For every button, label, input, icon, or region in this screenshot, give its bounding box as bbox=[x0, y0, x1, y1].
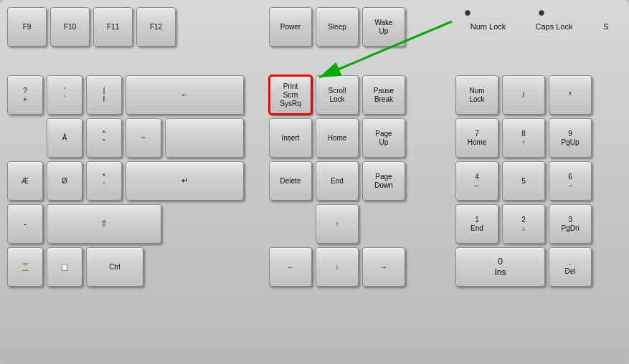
key-right-arrow[interactable]: → bbox=[362, 247, 405, 287]
key-num9[interactable]: 9 PgUp bbox=[549, 118, 592, 158]
key-sleep[interactable]: Sleep bbox=[316, 7, 359, 47]
key-numslash[interactable]: / bbox=[502, 75, 545, 115]
key-numdot[interactable]: . Del bbox=[549, 247, 592, 287]
key-tilde[interactable]: ~ bbox=[126, 118, 161, 158]
key-pausebreak[interactable]: Pause Break bbox=[362, 75, 405, 115]
key-end[interactable]: End bbox=[316, 161, 359, 201]
key-wakeup[interactable]: Wake Up bbox=[362, 7, 405, 47]
key-pipe[interactable]: | I bbox=[86, 75, 122, 115]
key-ae[interactable]: Æ bbox=[7, 161, 43, 201]
key-numlock[interactable]: Num Lock bbox=[455, 75, 498, 115]
key-f12[interactable]: F12 bbox=[136, 7, 176, 47]
key-scrolllock[interactable]: Scroll Lock bbox=[316, 75, 359, 115]
key-power[interactable]: Power bbox=[269, 7, 312, 47]
key-num1[interactable]: 1 End bbox=[455, 204, 498, 244]
key-num6[interactable]: 6 → bbox=[549, 161, 592, 201]
key-num8[interactable]: 8 ↑ bbox=[502, 118, 545, 158]
key-backspace[interactable]: ← bbox=[126, 75, 244, 115]
key-hourglass[interactable]: ⌛ bbox=[7, 247, 43, 287]
key-f11[interactable]: F11 bbox=[93, 7, 133, 47]
key-f9[interactable]: F9 bbox=[7, 7, 47, 47]
key-backtick[interactable]: ' ` bbox=[47, 75, 82, 115]
key-num0[interactable]: 0 Ins bbox=[455, 247, 545, 287]
key-minus[interactable]: - bbox=[7, 204, 43, 244]
key-num4[interactable]: 4 ← bbox=[455, 161, 498, 201]
key-ae-upper[interactable]: Å bbox=[47, 118, 82, 158]
key-shift-left[interactable]: ⇧ bbox=[47, 204, 161, 244]
key-delete[interactable]: Delete bbox=[269, 161, 312, 201]
key-clipboard[interactable]: 📋 bbox=[47, 247, 82, 287]
keyboard: F9F10F11F12PowerSleepWake UpNum LockCaps… bbox=[0, 0, 629, 364]
key-num5[interactable]: 5 bbox=[502, 161, 545, 201]
key-f10[interactable]: F10 bbox=[50, 7, 90, 47]
key-num3[interactable]: 3 PgDn bbox=[549, 204, 592, 244]
key-numstar[interactable]: * bbox=[549, 75, 592, 115]
key-down-arrow[interactable]: ↓ bbox=[316, 247, 359, 287]
key-pagedown[interactable]: Page Down bbox=[362, 161, 405, 201]
key-pageup[interactable]: Page Up bbox=[362, 118, 405, 158]
key-capslock-label: Caps Lock bbox=[531, 7, 577, 47]
key-home[interactable]: Home bbox=[316, 118, 359, 158]
key-scrolllock-label: S bbox=[588, 7, 624, 47]
key-left-arrow[interactable]: ← bbox=[269, 247, 312, 287]
key-star[interactable]: * ' bbox=[86, 161, 122, 201]
key-oslash[interactable]: Ø bbox=[47, 161, 82, 201]
key-enter-bottom[interactable]: ↵ bbox=[126, 161, 244, 201]
key-caret[interactable]: ^ " bbox=[86, 118, 122, 158]
key-up-arrow[interactable]: ↑ bbox=[316, 204, 359, 244]
key-num7[interactable]: 7 Home bbox=[455, 118, 498, 158]
key-num2[interactable]: 2 ↓ bbox=[502, 204, 545, 244]
key--[interactable]: ? + bbox=[7, 75, 43, 115]
key-enter-top[interactable] bbox=[165, 118, 244, 158]
key-printscrn[interactable]: Print Scrn SysRq bbox=[269, 75, 312, 115]
key-ctrl-left[interactable]: Ctrl bbox=[86, 247, 143, 287]
key-insert[interactable]: Insert bbox=[269, 118, 312, 158]
key-numlock-label: Num Lock bbox=[465, 7, 511, 47]
